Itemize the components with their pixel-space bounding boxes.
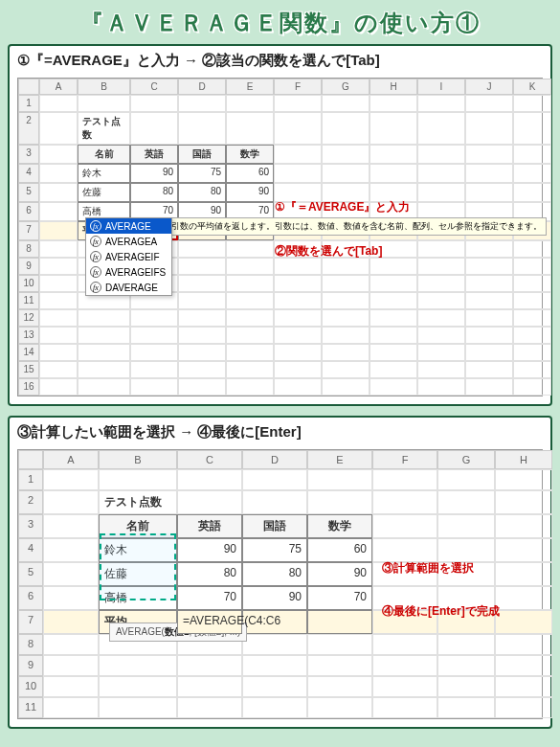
cell[interactable] — [322, 378, 370, 396]
col-header[interactable]: A — [43, 450, 99, 469]
cell[interactable] — [43, 610, 99, 634]
cell[interactable] — [177, 697, 242, 718]
cell[interactable] — [513, 95, 551, 112]
cell[interactable] — [39, 378, 78, 396]
cell[interactable] — [372, 634, 437, 655]
cell[interactable] — [39, 183, 78, 202]
cell[interactable] — [513, 378, 551, 396]
cell[interactable] — [274, 344, 322, 361]
cell[interactable] — [513, 309, 551, 327]
data-cell[interactable]: 70 — [177, 586, 242, 610]
cell[interactable] — [495, 538, 552, 562]
row-header[interactable]: 9 — [18, 655, 43, 676]
cell[interactable] — [465, 275, 513, 292]
cell[interactable] — [495, 697, 552, 718]
row-header[interactable]: 9 — [18, 258, 39, 275]
col-header[interactable]: G — [322, 79, 370, 95]
cell[interactable] — [370, 378, 417, 396]
cell[interactable] — [322, 112, 370, 145]
cell[interactable] — [465, 258, 513, 275]
cell[interactable] — [417, 378, 465, 396]
col-header[interactable]: F — [372, 450, 437, 469]
cell[interactable] — [307, 676, 372, 697]
cell[interactable] — [370, 164, 417, 183]
cell[interactable] — [417, 183, 465, 202]
cell[interactable] — [177, 655, 242, 676]
cell[interactable] — [417, 275, 465, 292]
cell[interactable] — [307, 610, 372, 634]
cell[interactable] — [130, 378, 178, 396]
cell[interactable] — [178, 292, 226, 309]
cell[interactable] — [39, 327, 78, 344]
cell[interactable] — [437, 676, 495, 697]
table-header-name[interactable]: 名前 — [99, 514, 177, 538]
cell[interactable] — [274, 112, 322, 145]
cell[interactable] — [130, 327, 178, 344]
cell[interactable] — [43, 655, 99, 676]
cell[interactable] — [322, 327, 370, 344]
row-header[interactable]: 5 — [18, 183, 39, 202]
cell[interactable] — [372, 514, 437, 538]
cell[interactable] — [437, 538, 495, 562]
cell[interactable] — [39, 145, 78, 164]
cell[interactable] — [370, 361, 417, 378]
data-cell[interactable]: 70 — [307, 586, 372, 610]
cell[interactable] — [274, 292, 322, 309]
formula-cell[interactable]: =AVERAGE(C4:C6 — [177, 610, 242, 634]
cell[interactable] — [495, 514, 552, 538]
row-header[interactable]: 11 — [18, 697, 43, 718]
cell[interactable] — [78, 344, 130, 361]
cell[interactable] — [43, 697, 99, 718]
row-header[interactable]: 2 — [18, 490, 43, 514]
row-header[interactable]: 2 — [18, 112, 39, 145]
data-cell[interactable]: 90 — [226, 183, 274, 202]
row-header[interactable]: 7 — [18, 610, 43, 634]
cell[interactable] — [437, 634, 495, 655]
col-header[interactable]: C — [177, 450, 242, 469]
cell[interactable] — [307, 655, 372, 676]
dropdown-item-averageif[interactable]: fxAVERAGEIF — [86, 249, 171, 264]
cell[interactable] — [99, 655, 177, 676]
cell[interactable] — [178, 378, 226, 396]
cell[interactable] — [39, 202, 78, 221]
cell[interactable] — [242, 655, 307, 676]
col-header[interactable]: J — [465, 79, 513, 95]
cell[interactable] — [372, 538, 437, 562]
cell[interactable] — [417, 309, 465, 327]
cell[interactable] — [465, 164, 513, 183]
data-cell[interactable]: 佐藤 — [99, 562, 177, 586]
cell[interactable] — [226, 361, 274, 378]
cell[interactable] — [417, 240, 465, 258]
cell[interactable] — [465, 183, 513, 202]
cell[interactable] — [513, 164, 551, 183]
cell[interactable] — [495, 676, 552, 697]
row-header[interactable]: 10 — [18, 275, 39, 292]
cell[interactable] — [99, 697, 177, 718]
cell[interactable] — [39, 164, 78, 183]
dropdown-item-averagea[interactable]: fxAVERAGEA — [86, 234, 171, 249]
cell[interactable] — [417, 361, 465, 378]
cell[interactable] — [242, 697, 307, 718]
cell[interactable] — [307, 634, 372, 655]
col-header[interactable]: K — [513, 79, 551, 95]
data-cell[interactable]: 90 — [177, 538, 242, 562]
cell[interactable] — [465, 378, 513, 396]
row-header[interactable]: 11 — [18, 292, 39, 309]
cell[interactable] — [78, 378, 130, 396]
cell[interactable] — [372, 490, 437, 514]
row-header[interactable]: 12 — [18, 309, 39, 327]
cell[interactable] — [130, 112, 178, 145]
cell[interactable] — [39, 275, 78, 292]
cell[interactable] — [178, 258, 226, 275]
cell[interactable] — [370, 145, 417, 164]
cell[interactable] — [322, 292, 370, 309]
row-header[interactable]: 4 — [18, 538, 43, 562]
cell[interactable] — [513, 183, 551, 202]
data-cell[interactable]: 80 — [130, 183, 178, 202]
cell[interactable] — [226, 112, 274, 145]
cell[interactable] — [242, 490, 307, 514]
row-header[interactable]: 14 — [18, 344, 39, 361]
cell[interactable] — [130, 361, 178, 378]
cell[interactable] — [372, 676, 437, 697]
data-cell[interactable]: 高橋 — [99, 586, 177, 610]
